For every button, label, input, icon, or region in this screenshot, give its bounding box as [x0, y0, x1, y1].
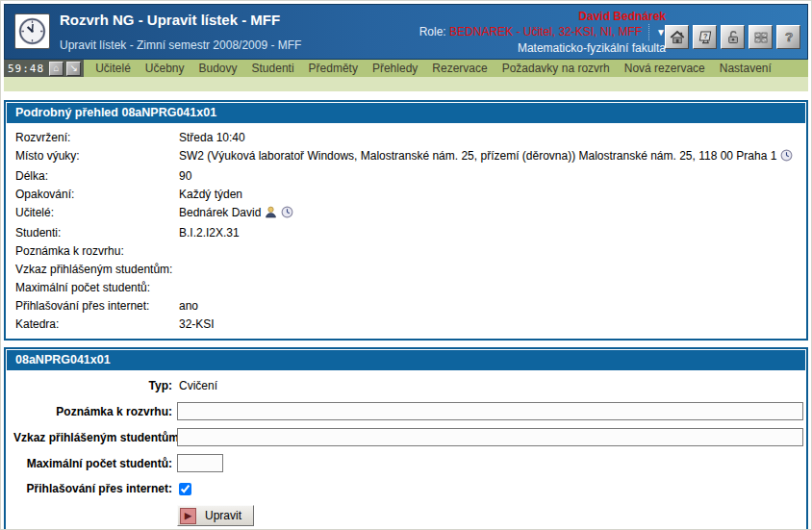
type-value: Cvičení	[177, 379, 217, 392]
info-board-icon[interactable]: ?	[693, 25, 717, 49]
session-timer: 59:48	[8, 63, 46, 75]
menu-item-predmety[interactable]: Předměty	[309, 62, 358, 75]
form-label: Maximální počet studentů:	[13, 457, 177, 470]
info-row: Přihlašování přes internet:ano	[15, 297, 799, 315]
menu-item-ucebny[interactable]: Učebny	[145, 62, 185, 75]
info-label: Přihlašování přes internet:	[15, 297, 179, 315]
info-value: ano	[179, 297, 799, 315]
info-label: Katedra:	[15, 315, 179, 334]
info-value: Středa 10:40	[179, 129, 799, 147]
info-value	[179, 242, 799, 261]
lock-open-icon[interactable]	[721, 25, 745, 49]
clock-icon[interactable]	[281, 206, 293, 224]
info-row: Délka:90	[15, 167, 799, 186]
detail-panel-title: Podrobný přehled 08aNPRG041x01	[7, 103, 805, 123]
user-name[interactable]: David Bednárek	[419, 9, 666, 24]
edit-panel: 08aNPRG041x01 Typ: Cvičení Poznámka k ro…	[4, 347, 808, 530]
faculty-name: Matematicko-fyzikální fakulta	[419, 40, 666, 56]
menu-item-pozadavky-na-rozvrh[interactable]: Požadavky na rozvrh	[502, 62, 610, 75]
info-row: Rozvržení:Středa 10:40	[15, 129, 799, 147]
page-title: Rozvrh NG - Upravit lístek - MFF	[60, 12, 280, 28]
clock-icon[interactable]	[780, 149, 793, 167]
main-menubar: 59:48 ⌂ ↘ UčiteléUčebnyBudovyStudentiPře…	[4, 60, 808, 77]
app-header: Rozvrh NG - Upravit lístek - MFF Upravit…	[4, 4, 808, 60]
main-menu: UčiteléUčebnyBudovyStudentiPředmětyPřehl…	[84, 60, 772, 77]
home-icon[interactable]	[665, 25, 689, 49]
internet-signup-checkbox[interactable]	[179, 483, 191, 495]
max-students-input[interactable]	[177, 454, 223, 472]
header-toolbar: ??	[665, 25, 800, 49]
form-label: Přihlašování přes internet:	[13, 482, 177, 495]
save-button[interactable]: ▶ Upravit	[177, 505, 254, 526]
help-icon[interactable]: ?	[776, 25, 800, 49]
info-label: Místo výuky:	[15, 147, 179, 167]
info-value: Každý týden	[179, 186, 799, 204]
edit-form: Typ: Cvičení Poznámka k rozvrhu:Vzkaz př…	[6, 371, 806, 530]
submit-arrow-icon: ▶	[180, 508, 196, 524]
info-row: Katedra:32-KSI	[15, 315, 799, 334]
menu-item-nastaveni[interactable]: Nastavení	[720, 62, 772, 75]
message-input[interactable]	[177, 428, 803, 446]
menu-item-ucitele[interactable]: Učitelé	[95, 62, 131, 75]
info-label: Poznámka k rozvrhu:	[15, 242, 179, 261]
info-value: SW2 (Výuková laboratoř Windows, Malostra…	[179, 147, 799, 167]
note-input[interactable]	[177, 402, 803, 420]
info-label: Učitelé:	[15, 204, 179, 224]
info-row: Maximální počet studentů:	[15, 279, 799, 297]
detail-panel: Podrobný přehled 08aNPRG041x01 Rozvržení…	[4, 100, 808, 341]
info-label: Rozvržení:	[15, 129, 179, 147]
menu-item-nova-rezervace[interactable]: Nová rezervace	[624, 62, 705, 75]
button-row: ▶ Upravit	[13, 505, 804, 526]
clock-logo-icon	[14, 13, 50, 49]
session-timer-area: 59:48 ⌂ ↘	[4, 60, 84, 77]
chevron-down-icon[interactable]: ▼	[648, 24, 666, 40]
info-row: Opakování:Každý týden	[15, 186, 799, 204]
collapse-arrow-button[interactable]: ↘	[66, 62, 81, 76]
info-label: Opakování:	[15, 186, 179, 204]
info-row: Poznámka k rozvrhu:	[15, 242, 799, 261]
save-button-label: Upravit	[205, 509, 241, 522]
detail-panel-body: Rozvržení:Středa 10:40Místo výuky:SW2 (V…	[6, 124, 806, 339]
info-row: Učitelé:Bednárek David	[15, 204, 799, 224]
info-label: Studenti:	[15, 224, 179, 242]
info-value: 90	[179, 167, 799, 186]
info-label: Vzkaz přihlášeným studentům:	[15, 261, 179, 279]
menu-item-studenti[interactable]: Studenti	[252, 62, 294, 75]
language-flag-icon[interactable]	[749, 25, 773, 49]
info-row: Vzkaz přihlášeným studentům:	[15, 261, 799, 279]
user-info: David Bednárek Role: BEDNAREK - Učitel, …	[419, 9, 666, 56]
menu-item-prehledy[interactable]: Přehledy	[372, 62, 418, 75]
info-value: Bednárek David	[179, 204, 799, 224]
form-row: Vzkaz přihlášeným studentům:	[13, 428, 804, 446]
info-label: Délka:	[15, 167, 179, 186]
info-label: Maximální počet studentů:	[15, 279, 179, 297]
edit-panel-title: 08aNPRG041x01	[7, 350, 805, 370]
person-icon[interactable]	[265, 206, 277, 224]
type-label: Typ:	[13, 379, 177, 392]
form-label: Poznámka k rozvrhu:	[13, 405, 177, 418]
menu-item-rezervace[interactable]: Rezervace	[432, 62, 487, 75]
form-row: Maximální počet studentů:	[13, 454, 804, 472]
info-row: Místo výuky:SW2 (Výuková laboratoř Windo…	[15, 147, 799, 167]
page-subtitle: Upravit lístek - Zimní semestr 2008/2009…	[60, 38, 301, 52]
form-row: Poznámka k rozvrhu:	[13, 402, 804, 420]
info-value	[179, 279, 799, 297]
home-mini-button[interactable]: ⌂	[49, 62, 63, 76]
info-row: Studenti:B.I.2.I2X.31	[15, 224, 799, 242]
menu-substrip	[4, 77, 808, 91]
form-label: Vzkaz přihlášeným studentům:	[13, 431, 177, 444]
svg-text:?: ?	[784, 30, 792, 44]
role-value[interactable]: BEDNAREK - Učitel, 32-KSI, NI, MFF	[449, 25, 642, 38]
info-value: B.I.2.I2X.31	[179, 224, 799, 242]
page: Rozvrh NG - Upravit lístek - MFF Upravit…	[0, 0, 812, 530]
role-label: Role:	[419, 25, 446, 38]
svg-text:?: ?	[703, 32, 708, 40]
type-row: Typ: Cvičení	[13, 377, 804, 394]
info-value: 32-KSI	[179, 315, 799, 334]
form-row: Přihlašování přes internet:	[13, 480, 804, 497]
info-value	[179, 261, 799, 279]
role-line: Role: BEDNAREK - Učitel, 32-KSI, NI, MFF…	[419, 24, 666, 40]
menu-item-budovy[interactable]: Budovy	[199, 62, 238, 75]
